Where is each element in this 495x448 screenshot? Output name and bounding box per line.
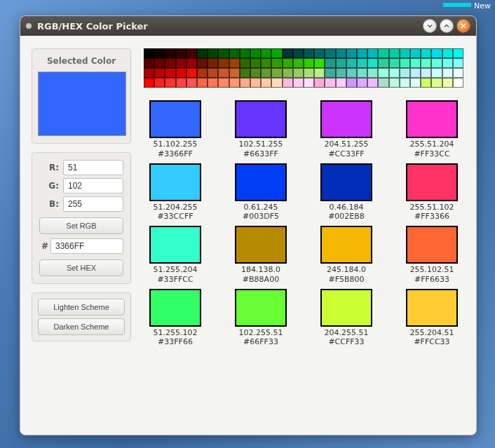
palette-cell[interactable] xyxy=(283,48,293,58)
palette-cell[interactable] xyxy=(410,48,421,58)
palette-cell[interactable] xyxy=(304,68,314,78)
palette-cell[interactable] xyxy=(357,48,367,58)
swatch-box[interactable] xyxy=(149,163,201,201)
swatch-box[interactable] xyxy=(149,289,201,327)
palette-cell[interactable] xyxy=(154,68,165,78)
palette-cell[interactable] xyxy=(410,58,421,68)
palette-cell[interactable] xyxy=(367,78,378,88)
palette-cell[interactable] xyxy=(144,68,154,78)
palette-cell[interactable] xyxy=(346,78,357,88)
palette-cell[interactable] xyxy=(453,58,463,68)
palette-cell[interactable] xyxy=(314,68,325,78)
palette-cell[interactable] xyxy=(208,68,218,78)
palette-cell[interactable] xyxy=(250,58,261,68)
swatch-box[interactable] xyxy=(406,289,458,327)
palette-cell[interactable] xyxy=(165,68,175,78)
swatch-box[interactable] xyxy=(406,100,458,138)
hex-input[interactable] xyxy=(50,238,123,254)
palette-cell[interactable] xyxy=(442,78,453,88)
palette-cell[interactable] xyxy=(208,58,218,68)
palette-cell[interactable] xyxy=(421,78,431,88)
swatch-box[interactable] xyxy=(320,163,372,201)
swatch-box[interactable] xyxy=(149,226,201,264)
palette-cell[interactable] xyxy=(229,58,240,68)
swatch-box[interactable] xyxy=(320,100,372,138)
set-rgb-button[interactable]: Set RGB xyxy=(39,217,123,234)
palette-cell[interactable] xyxy=(453,78,463,88)
window-minimize-button[interactable] xyxy=(423,19,437,33)
window-titlebar[interactable]: RGB/HEX Color Picker xyxy=(20,16,476,36)
palette-cell[interactable] xyxy=(453,48,463,58)
palette-cell[interactable] xyxy=(208,78,218,88)
palette-cell[interactable] xyxy=(261,48,271,58)
palette-cell[interactable] xyxy=(293,48,304,58)
palette-cell[interactable] xyxy=(400,48,410,58)
swatch-box[interactable] xyxy=(235,100,287,138)
palette-cell[interactable] xyxy=(336,58,346,68)
palette-cell[interactable] xyxy=(442,48,453,58)
palette-cell[interactable] xyxy=(431,58,442,68)
palette-cell[interactable] xyxy=(240,58,250,68)
palette-cell[interactable] xyxy=(325,58,335,68)
palette-cell[interactable] xyxy=(197,58,208,68)
palette-cell[interactable] xyxy=(389,68,400,78)
palette-cell[interactable] xyxy=(378,58,388,68)
g-input[interactable] xyxy=(63,178,123,194)
lighten-scheme-button[interactable]: Lighten Scheme xyxy=(38,299,125,315)
palette-cell[interactable] xyxy=(283,78,293,88)
palette-cell[interactable] xyxy=(325,78,335,88)
palette-cell[interactable] xyxy=(336,48,346,58)
palette-cell[interactable] xyxy=(187,68,197,78)
window-maximize-button[interactable] xyxy=(440,19,454,33)
palette-cell[interactable] xyxy=(154,58,165,68)
palette-cell[interactable] xyxy=(283,68,293,78)
palette-cell[interactable] xyxy=(154,78,165,88)
darken-scheme-button[interactable]: Darken Scheme xyxy=(38,318,125,335)
palette-cell[interactable] xyxy=(410,78,421,88)
palette-cell[interactable] xyxy=(357,78,367,88)
palette-cell[interactable] xyxy=(431,78,442,88)
set-hex-button[interactable]: Set HEX xyxy=(39,259,123,276)
palette-cell[interactable] xyxy=(218,48,229,58)
palette-cell[interactable] xyxy=(218,68,229,78)
palette-cell[interactable] xyxy=(208,48,218,58)
palette-cell[interactable] xyxy=(400,58,410,68)
palette-cell[interactable] xyxy=(271,68,282,78)
palette-cell[interactable] xyxy=(176,78,187,88)
palette-cell[interactable] xyxy=(453,68,463,78)
palette-cell[interactable] xyxy=(261,68,271,78)
palette-cell[interactable] xyxy=(431,68,442,78)
palette-cell[interactable] xyxy=(271,78,282,88)
palette-cell[interactable] xyxy=(336,68,346,78)
palette-cell[interactable] xyxy=(442,58,453,68)
palette-cell[interactable] xyxy=(336,78,346,88)
palette-cell[interactable] xyxy=(367,58,378,68)
palette-cell[interactable] xyxy=(346,48,357,58)
swatch-box[interactable] xyxy=(406,226,458,264)
palette-cell[interactable] xyxy=(271,58,282,68)
palette-cell[interactable] xyxy=(176,48,187,58)
palette-cell[interactable] xyxy=(367,68,378,78)
palette-cell[interactable] xyxy=(144,58,154,68)
palette-cell[interactable] xyxy=(283,58,293,68)
palette-cell[interactable] xyxy=(261,78,271,88)
palette-cell[interactable] xyxy=(367,48,378,58)
palette-cell[interactable] xyxy=(410,68,421,78)
palette-cell[interactable] xyxy=(197,48,208,58)
palette-cell[interactable] xyxy=(154,48,165,58)
palette-cell[interactable] xyxy=(250,68,261,78)
swatch-box[interactable] xyxy=(320,226,372,264)
palette-cell[interactable] xyxy=(229,68,240,78)
palette-cell[interactable] xyxy=(165,58,175,68)
palette-cell[interactable] xyxy=(314,78,325,88)
palette-cell[interactable] xyxy=(400,78,410,88)
palette-cell[interactable] xyxy=(304,58,314,68)
palette-cell[interactable] xyxy=(144,78,154,88)
palette-cell[interactable] xyxy=(400,68,410,78)
palette-cell[interactable] xyxy=(187,58,197,68)
palette-cell[interactable] xyxy=(240,48,250,58)
palette-cell[interactable] xyxy=(325,68,335,78)
palette-cell[interactable] xyxy=(187,78,197,88)
palette-cell[interactable] xyxy=(346,58,357,68)
palette-cell[interactable] xyxy=(293,68,304,78)
